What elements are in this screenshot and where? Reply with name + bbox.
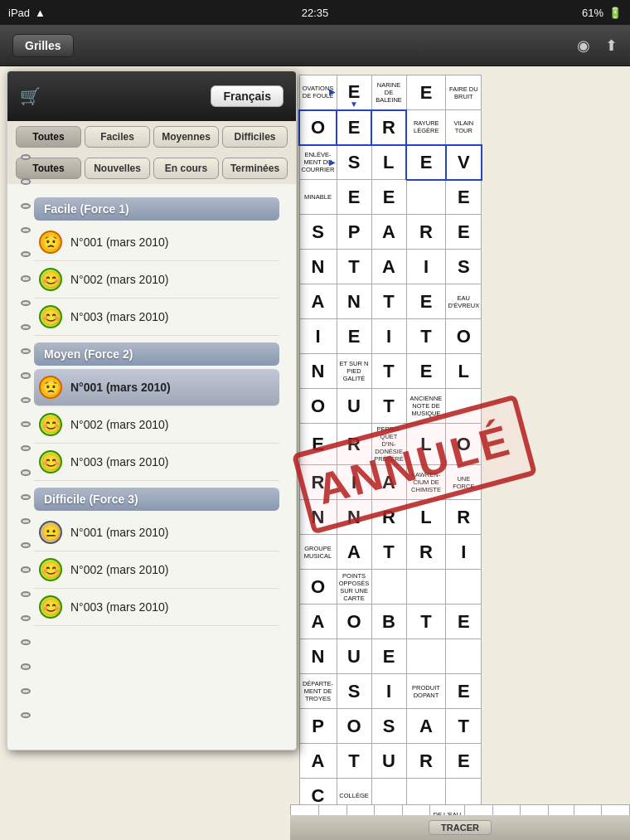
cell[interactable]: R [406, 215, 446, 250]
cart-icon[interactable]: 🛒 [20, 86, 41, 106]
cell[interactable]: E [446, 605, 482, 639]
cell[interactable]: T [446, 709, 482, 744]
cell[interactable]: A [299, 284, 337, 319]
cell[interactable]: N [299, 250, 337, 284]
cell[interactable]: R [406, 535, 446, 570]
cell[interactable]: P [337, 215, 371, 250]
cell[interactable]: E [406, 145, 446, 180]
cell[interactable]: E [406, 354, 446, 389]
cell[interactable]: I [446, 535, 482, 570]
back-button[interactable]: Grilles [12, 34, 74, 57]
cell[interactable]: E [337, 75, 371, 110]
cell[interactable]: S [299, 215, 337, 250]
filter-terminees-btn[interactable]: Terminées [222, 158, 288, 179]
cell[interactable]: T [371, 284, 406, 319]
cell[interactable]: O [337, 709, 371, 744]
cell[interactable]: E [337, 110, 371, 145]
cell[interactable]: T [406, 319, 446, 354]
filter-moyennes-btn[interactable]: Moyennes [153, 126, 219, 148]
cell[interactable]: R [371, 110, 406, 145]
cell[interactable] [446, 639, 482, 674]
cell[interactable] [371, 570, 406, 605]
list-item[interactable]: N°003 (mars 2010) [34, 589, 279, 626]
cell[interactable]: T [337, 744, 371, 779]
cell[interactable]: L [406, 500, 446, 535]
cell[interactable]: T [406, 605, 446, 639]
cell[interactable]: L [406, 424, 446, 465]
cell[interactable]: I [371, 674, 406, 709]
list-item[interactable]: N°001 (mars 2010) [34, 514, 279, 551]
cell[interactable]: S [337, 145, 371, 180]
tracer-button[interactable]: TRACER [429, 820, 492, 835]
cell[interactable]: V [446, 145, 482, 180]
cell[interactable]: A [371, 465, 406, 500]
language-button[interactable]: Français [211, 85, 284, 107]
cell[interactable]: I [371, 319, 406, 354]
cell[interactable]: A [371, 250, 406, 284]
filter-nouvelles-btn[interactable]: Nouvelles [85, 158, 150, 179]
cell[interactable]: S [337, 674, 371, 709]
cell[interactable]: A [299, 744, 337, 779]
cell[interactable]: T [371, 389, 406, 424]
cell[interactable]: N [337, 500, 371, 535]
list-item[interactable]: N°003 (mars 2010) [34, 299, 279, 336]
cell[interactable]: N [299, 639, 337, 674]
filter-faciles-btn[interactable]: Faciles [85, 126, 150, 148]
list-item[interactable]: N°002 (mars 2010) [34, 406, 279, 444]
cell[interactable]: U [337, 389, 371, 424]
cell[interactable]: O [299, 570, 337, 605]
cell[interactable]: E [406, 75, 446, 110]
cell[interactable]: A [406, 709, 446, 744]
cell[interactable]: T [371, 354, 406, 389]
cell[interactable]: P [299, 709, 337, 744]
cell[interactable]: L [371, 145, 406, 180]
cell[interactable]: A [371, 215, 406, 250]
cell[interactable]: I [337, 465, 371, 500]
cell[interactable] [406, 570, 446, 605]
cell[interactable]: N [337, 284, 371, 319]
cell[interactable]: R [446, 500, 482, 535]
cell[interactable]: R [337, 424, 371, 465]
cell[interactable]: R [299, 465, 337, 500]
cell[interactable] [406, 180, 446, 215]
cell[interactable] [446, 570, 482, 605]
cell[interactable]: S [446, 250, 482, 284]
cell[interactable]: R [371, 500, 406, 535]
share-icon[interactable]: ⬆ [605, 36, 618, 55]
cell[interactable]: O [337, 605, 371, 639]
cell[interactable]: O [446, 319, 482, 354]
cell[interactable]: E [299, 424, 337, 465]
cell[interactable]: U [371, 744, 406, 779]
cell[interactable]: E [371, 639, 406, 674]
cell[interactable] [406, 639, 446, 674]
list-item[interactable]: N°003 (mars 2010) [34, 444, 279, 481]
cell[interactable]: E [337, 180, 371, 215]
cell[interactable]: E [406, 284, 446, 319]
cell[interactable]: N [299, 500, 337, 535]
cell[interactable]: O [299, 110, 337, 145]
cell[interactable]: U [337, 639, 371, 674]
cell[interactable]: B [371, 605, 406, 639]
cell[interactable]: L [446, 354, 482, 389]
cell[interactable]: T [371, 535, 406, 570]
cell[interactable]: E [337, 319, 371, 354]
cell[interactable]: R [406, 744, 446, 779]
cell[interactable]: N [299, 354, 337, 389]
filter-toutes-btn[interactable]: Toutes [16, 126, 81, 148]
list-item[interactable]: N°002 (mars 2010) [34, 551, 279, 589]
cell[interactable]: E [446, 674, 482, 709]
cell[interactable] [446, 389, 482, 424]
cell[interactable]: A [299, 605, 337, 639]
cell[interactable]: E [446, 215, 482, 250]
cell[interactable]: E [446, 180, 482, 215]
cell[interactable]: S [371, 709, 406, 744]
filter-difficiles-btn[interactable]: Difficiles [222, 126, 288, 148]
cell[interactable]: I [299, 319, 337, 354]
list-item[interactable]: N°001 (mars 2010) [34, 224, 279, 261]
list-item-selected[interactable]: N°001 (mars 2010) [34, 369, 279, 406]
cell[interactable]: E [371, 180, 406, 215]
cell[interactable]: O [299, 389, 337, 424]
cell[interactable]: A [337, 535, 371, 570]
list-item[interactable]: N°002 (mars 2010) [34, 261, 279, 299]
cell[interactable]: T [337, 250, 371, 284]
